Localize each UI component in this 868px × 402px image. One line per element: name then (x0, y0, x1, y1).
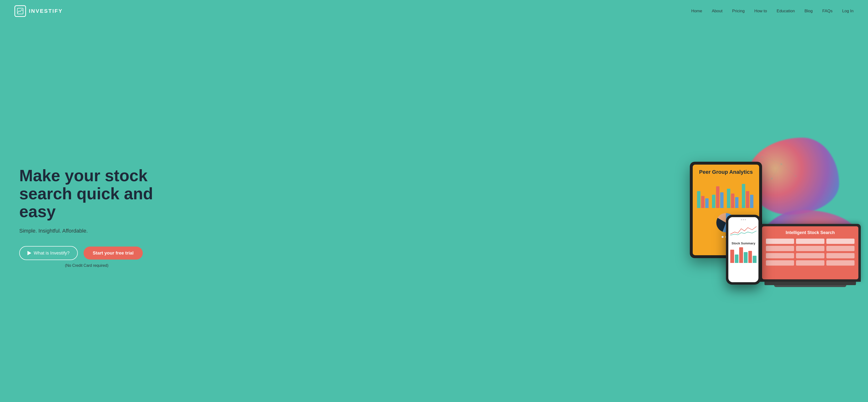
btn-outline-label: What is Investify? (34, 250, 70, 256)
svg-line-8 (762, 157, 781, 164)
nav-links: Home About Pricing How to Education Blog… (691, 9, 854, 13)
phone-bar-6 (753, 256, 756, 263)
phone-line-chart (730, 224, 756, 238)
laptop-data-cell-7 (766, 260, 794, 266)
svg-rect-0 (17, 8, 23, 14)
laptop-data-row-2 (766, 253, 855, 258)
hero-left: Make your stock search quick and easy Si… (19, 167, 154, 268)
phone-bar-chart (728, 246, 758, 263)
bar-4c (750, 195, 753, 208)
nav-faqs[interactable]: FAQs (822, 9, 833, 13)
play-icon (27, 251, 31, 255)
tablet-title: Peer Group Analytics (696, 169, 756, 175)
logo[interactable]: INVESTIFY (14, 5, 63, 17)
laptop-header-cell-2 (796, 238, 824, 244)
laptop-base (765, 282, 856, 285)
phone-header (728, 217, 758, 222)
brand-name: INVESTIFY (29, 8, 63, 14)
laptop-data-cell-2 (796, 246, 824, 251)
laptop-data-row-1 (766, 246, 855, 251)
laptop-header-row (766, 238, 855, 244)
phone-bar-4 (744, 252, 748, 263)
nav-home[interactable]: Home (691, 9, 702, 13)
laptop-data-cell-4 (766, 253, 794, 258)
nav-blog[interactable]: Blog (804, 9, 813, 13)
phone-bar-3 (739, 247, 743, 263)
navbar: INVESTIFY Home About Pricing How to Educ… (0, 0, 868, 22)
bar-3b (731, 194, 734, 208)
nav-howto[interactable]: How to (754, 9, 767, 13)
tablet-bar-chart (696, 179, 756, 208)
nav-login[interactable]: Log In (842, 9, 854, 13)
hero-headline: Make your stock search quick and easy (19, 167, 154, 221)
no-credit-text: (No Credit Card required) (19, 263, 154, 268)
phone-line-chart-area (728, 222, 758, 240)
bar-1c (705, 198, 709, 208)
laptop-title: Intelligent Stock Search (766, 230, 855, 235)
status-dot (743, 219, 744, 220)
nav-pricing[interactable]: Pricing (732, 9, 745, 13)
bar-2b (716, 186, 719, 208)
phone-bar-2 (735, 255, 739, 263)
bar-2a (712, 195, 715, 208)
svg-line-9 (781, 164, 796, 176)
bar-4a (742, 184, 745, 208)
laptop-data-cell-5 (796, 253, 824, 258)
phone-screen: Stock Summary (728, 217, 758, 282)
laptop-data-cell-9 (826, 260, 855, 266)
laptop-header-cell-3 (826, 238, 855, 244)
bar-2c (720, 192, 723, 208)
what-is-investify-button[interactable]: What is Investify? (19, 246, 78, 260)
bar-3a (727, 189, 730, 208)
laptop-header-cell-1 (766, 238, 794, 244)
laptop-screen-wrapper: Intelligent Stock Search (760, 224, 861, 282)
laptop-screen: Intelligent Stock Search (762, 226, 858, 279)
phone-device: Stock Summary (726, 215, 761, 285)
phone-bar-5 (748, 251, 752, 263)
svg-line-12 (772, 164, 781, 179)
phone-title: Stock Summary (728, 240, 758, 246)
status-dot (745, 219, 746, 220)
laptop-data-cell-1 (766, 246, 794, 251)
free-trial-button[interactable]: Start your free trial (84, 247, 143, 260)
laptop-stand (774, 285, 846, 287)
nav-education[interactable]: Education (777, 9, 795, 13)
nav-about[interactable]: About (712, 9, 722, 13)
dot-1 (722, 236, 723, 238)
laptop-data-cell-6 (826, 253, 855, 258)
hero-devices: Peer Group Analytics (685, 147, 854, 287)
laptop-data-cell-3 (826, 246, 855, 251)
laptop-data-row-3 (766, 260, 855, 266)
bar-4b (746, 191, 749, 208)
bar-1a (697, 191, 701, 208)
status-dot (741, 219, 742, 220)
hero-section: Make your stock search quick and easy Si… (0, 22, 868, 402)
logo-icon (14, 5, 26, 17)
bar-1b (701, 196, 705, 208)
bar-3c (735, 197, 739, 208)
hero-buttons: What is Investify? Start your free trial (19, 246, 154, 260)
hero-subtext: Simple. Insightful. Affordable. (19, 228, 154, 234)
laptop-data-cell-8 (796, 260, 824, 266)
phone-bar-1 (730, 250, 734, 263)
laptop-device: Intelligent Stock Search (760, 224, 861, 287)
